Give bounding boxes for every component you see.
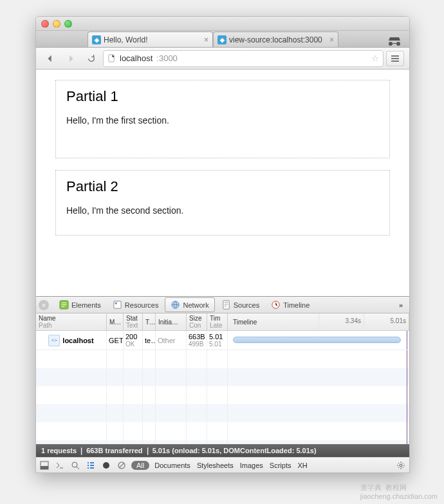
- filter-scripts[interactable]: Scripts: [268, 462, 293, 469]
- svg-rect-3: [115, 303, 117, 304]
- favicon-icon: ◆: [217, 35, 227, 44]
- favicon-icon: ◆: [92, 35, 101, 44]
- list-icon[interactable]: [85, 460, 97, 471]
- document-icon: <>: [48, 335, 60, 346]
- request-name: localhost: [62, 337, 93, 344]
- col-method[interactable]: M…: [107, 313, 124, 330]
- section-heading: Partial 2: [66, 178, 379, 195]
- resources-icon: [113, 300, 122, 310]
- address-bar[interactable]: localhost:3000 ☆: [103, 50, 384, 67]
- zoom-window-button[interactable]: [64, 20, 72, 28]
- bookmark-star-icon[interactable]: ☆: [371, 53, 379, 63]
- close-tab-button[interactable]: ×: [329, 35, 334, 44]
- col-timeline[interactable]: Timeline 3.34s 5.01s: [228, 313, 409, 330]
- timeline-tick: 3.34s: [319, 313, 364, 330]
- filter-images[interactable]: Images: [239, 462, 264, 469]
- filter-documents[interactable]: Documents: [153, 462, 192, 469]
- window-controls: [41, 20, 72, 28]
- tab-timeline[interactable]: Timeline: [266, 298, 315, 312]
- tab-sources[interactable]: Sources: [216, 298, 264, 312]
- close-window-button[interactable]: [41, 20, 49, 28]
- tab-title: view-source:localhost:3000: [229, 35, 327, 44]
- timeline-end-marker: [407, 331, 407, 350]
- partial-section: Partial 2 Hello, I'm the second section.: [55, 170, 390, 236]
- svg-rect-8: [41, 466, 48, 469]
- more-tabs-button[interactable]: »: [399, 301, 407, 309]
- table-row[interactable]: <> localhost GET 200OK te… Other 663B499…: [36, 331, 409, 350]
- filter-bar: All Documents Stylesheets Images Scripts…: [36, 457, 409, 472]
- elements-icon: [59, 300, 69, 310]
- partial-section: Partial 1 Hello, I'm the first section.: [55, 80, 390, 158]
- network-table: NamePath M… StatText T… Initia… SizeCon …: [36, 313, 409, 444]
- omnibox-host: localhost: [120, 53, 153, 63]
- page-icon: [107, 54, 116, 62]
- timeline-icon: [271, 300, 281, 310]
- incognito-icon: [386, 34, 403, 47]
- section-body: Hello, I'm the second section.: [66, 205, 379, 216]
- close-devtools-button[interactable]: ×: [39, 300, 49, 310]
- timeline-bar: [233, 337, 401, 343]
- clear-button[interactable]: [116, 460, 127, 471]
- network-icon: [171, 300, 180, 310]
- menu-button[interactable]: [386, 51, 404, 66]
- tab-1[interactable]: ◆ view-source:localhost:3000 ×: [213, 32, 338, 47]
- settings-gear-icon[interactable]: [395, 460, 407, 471]
- timeline-tick: 5.01s: [364, 313, 409, 330]
- table-header: NamePath M… StatText T… Initia… SizeCon …: [36, 313, 409, 331]
- col-size[interactable]: SizeCon: [187, 313, 207, 330]
- search-icon[interactable]: [69, 460, 81, 471]
- svg-rect-5: [223, 301, 229, 309]
- record-button[interactable]: [100, 460, 112, 471]
- tab-network[interactable]: Network: [165, 297, 214, 312]
- tab-title: Hello, World!: [104, 35, 201, 44]
- table-empty-rows: [36, 350, 409, 444]
- forward-button[interactable]: [62, 51, 80, 66]
- tab-resources[interactable]: Resources: [107, 298, 164, 312]
- section-body: Hello, I'm the first section.: [66, 115, 379, 126]
- network-summary: 1 requests ❘ 663B transferred ❘ 5.01s (o…: [36, 444, 409, 457]
- omnibox-path: :3000: [156, 53, 178, 63]
- titlebar: [36, 17, 409, 31]
- minimize-window-button[interactable]: [53, 20, 60, 28]
- col-initiator[interactable]: Initia…: [156, 313, 187, 330]
- dock-button[interactable]: [39, 460, 50, 471]
- close-tab-button[interactable]: ×: [204, 35, 208, 44]
- svg-point-10: [103, 462, 109, 469]
- svg-point-12: [400, 464, 402, 467]
- filter-all[interactable]: All: [131, 461, 149, 470]
- devtools-panel: × Elements Resources Network Sources Tim…: [36, 296, 409, 472]
- toolbar: localhost:3000 ☆: [36, 48, 409, 70]
- sources-icon: [221, 300, 231, 310]
- col-type[interactable]: T…: [143, 313, 156, 330]
- watermark: 查字典教程网 jiaocheng.chazidian.com: [360, 483, 438, 500]
- filter-stylesheets[interactable]: Stylesheets: [196, 462, 235, 469]
- col-status[interactable]: StatText: [124, 313, 143, 330]
- back-button[interactable]: [41, 51, 59, 66]
- svg-rect-2: [114, 301, 121, 308]
- col-name[interactable]: NamePath: [36, 313, 107, 330]
- devtools-tabs: × Elements Resources Network Sources Tim…: [36, 297, 409, 313]
- tab-elements[interactable]: Elements: [54, 298, 106, 312]
- tab-0[interactable]: ◆ Hello, World! ×: [88, 32, 213, 47]
- console-button[interactable]: [54, 460, 66, 471]
- tab-strip: ◆ Hello, World! × ◆ view-source:localhos…: [36, 31, 409, 48]
- section-heading: Partial 1: [66, 88, 379, 105]
- browser-window: ◆ Hello, World! × ◆ view-source:localhos…: [35, 16, 410, 473]
- page-viewport: Partial 1 Hello, I'm the first section. …: [36, 70, 409, 296]
- col-time[interactable]: TimLate: [207, 313, 228, 330]
- svg-point-9: [72, 462, 77, 467]
- reload-button[interactable]: [82, 51, 100, 66]
- filter-xhr[interactable]: XH: [296, 462, 308, 469]
